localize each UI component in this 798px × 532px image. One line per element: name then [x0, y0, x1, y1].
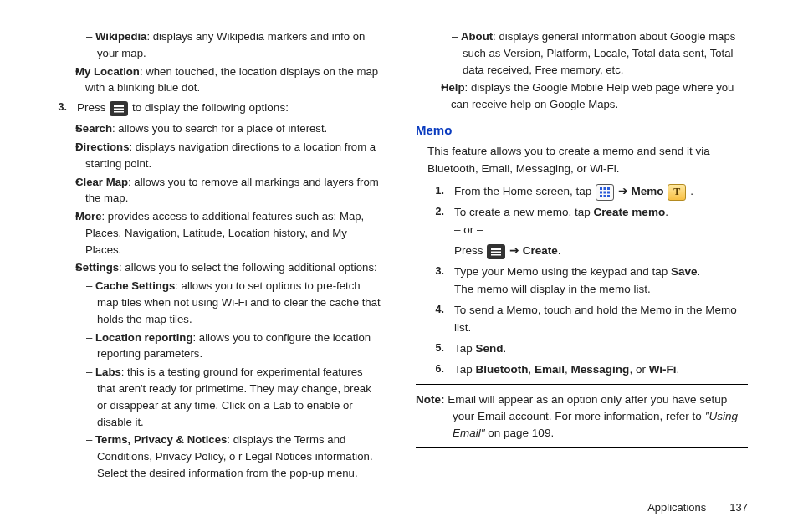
step-body: Type your Memo using the keypad and tap … [454, 263, 748, 299]
sep: , or [629, 363, 648, 376]
bold: Email [535, 363, 565, 376]
svg-rect-8 [607, 191, 610, 193]
menu-icon [110, 101, 128, 116]
item-cache-settings: – Cache Settings: allows you to set opti… [50, 278, 382, 327]
item-help: Help: displays the Google Mobile Help we… [416, 79, 748, 113]
line2: The memo will display in the memo list. [454, 281, 748, 299]
memo-step-3: 3. Type your Memo using the keypad and t… [427, 263, 748, 299]
desc: : provides access to additional features… [85, 210, 364, 256]
step-number: 4. [427, 302, 444, 337]
apps-grid-icon [596, 184, 614, 201]
step-number: 1. [427, 183, 444, 201]
bold: Bluetooth [476, 363, 529, 376]
desc: : displays the Google Mobile Help web pa… [451, 81, 734, 110]
arrow: ➔ [506, 244, 523, 257]
right-column: – About: displays general information ab… [416, 27, 748, 515]
note-block: Note: Email will appear as an option onl… [416, 391, 748, 442]
horizontal-rule [416, 384, 748, 385]
text: . [504, 342, 507, 355]
step-body: To send a Memo, touch and hold the Memo … [454, 302, 748, 337]
step-number: 2. [427, 204, 444, 260]
item-my-location: My Location: when touched, the location … [50, 64, 382, 97]
term: Labs [95, 366, 121, 378]
memo-step-1: 1. From the Home screen, tap ➔ Memo T . [427, 183, 748, 201]
term: Settings [75, 261, 119, 274]
term: Help [441, 81, 465, 94]
text: Tap [454, 363, 476, 376]
bold: Create [523, 244, 558, 257]
term: About [461, 30, 493, 43]
footer-page-number: 137 [729, 501, 748, 514]
text: Type your Memo using the keypad and tap [454, 265, 671, 278]
text-before: Press [77, 101, 109, 114]
desc: : allows you to search for a place of in… [112, 122, 327, 135]
term: Directions [75, 141, 130, 153]
text: From the Home screen, tap [454, 185, 595, 197]
step-number: 5. [427, 340, 444, 358]
memo-step-4: 4. To send a Memo, touch and hold the Me… [427, 302, 748, 337]
step-body: To create a new memo, tap Create memo. –… [454, 204, 748, 260]
horizontal-rule [416, 447, 748, 448]
step-body: Tap Send. [454, 340, 748, 358]
desc: : this is a testing ground for experimen… [97, 366, 371, 427]
item-more: More: provides access to additional feat… [50, 208, 382, 258]
svg-rect-1 [114, 108, 124, 110]
svg-rect-9 [600, 195, 602, 197]
item-wikipedia: – Wikipedia: displays any Wikipedia mark… [50, 28, 382, 62]
text: To create a new memo, tap [454, 206, 594, 218]
step-body: Press to display the following options: [77, 100, 382, 117]
step-number: 3. [50, 100, 67, 117]
term: Location reporting [95, 331, 193, 344]
item-settings: Settings: allows you to select the follo… [50, 259, 382, 276]
line1: Type your Memo using the keypad and tap … [454, 263, 748, 281]
bold: Wi-Fi [649, 363, 677, 376]
text: . [687, 185, 693, 197]
term: My Location [75, 65, 140, 78]
term: More [75, 210, 102, 223]
svg-rect-0 [114, 105, 124, 107]
memo-intro: This feature allows you to create a memo… [427, 143, 748, 178]
desc: : allows you to remove all markings and … [85, 176, 379, 205]
memo-label: Memo [632, 185, 664, 197]
page-footer: Applications137 [647, 501, 748, 514]
text: . [665, 206, 668, 218]
item-directions: Directions: displays navigation directio… [50, 139, 382, 172]
term: Cache Settings [95, 279, 175, 292]
manual-page: – Wikipedia: displays any Wikipedia mark… [0, 0, 798, 532]
memo-step-5: 5. Tap Send. [427, 340, 748, 358]
menu-icon [487, 244, 505, 259]
text-after: to display the following options: [129, 101, 289, 114]
section-heading-memo: Memo [416, 121, 748, 141]
svg-rect-12 [491, 248, 501, 250]
item-about: – About: displays general information ab… [416, 28, 748, 78]
svg-rect-5 [607, 187, 610, 190]
desc: : displays navigation directions to a lo… [85, 141, 376, 170]
bold: Create memo [594, 206, 666, 218]
note-label: Note: [416, 393, 445, 406]
sep: , [529, 363, 535, 376]
memo-step-6: 6. Tap Bluetooth, Email, Messaging, or W… [427, 361, 748, 379]
step-3: 3. Press to display the following option… [50, 100, 382, 117]
line1: To create a new memo, tap Create memo. [454, 204, 748, 222]
memo-step-2: 2. To create a new memo, tap Create memo… [427, 204, 748, 260]
memo-steps: 1. From the Home screen, tap ➔ Memo T . … [416, 183, 748, 378]
svg-rect-3 [600, 187, 602, 190]
text: Press [454, 244, 486, 257]
sep: . [677, 363, 680, 376]
step-body: Tap Bluetooth, Email, Messaging, or Wi-F… [454, 361, 748, 379]
svg-rect-14 [491, 254, 501, 256]
item-labs: – Labs: this is a testing ground for exp… [50, 364, 382, 430]
svg-rect-11 [607, 195, 610, 197]
note-body: Email will appear as an option only afte… [445, 393, 728, 422]
svg-rect-6 [600, 191, 602, 193]
step-body: From the Home screen, tap ➔ Memo T . [454, 183, 748, 201]
text: . [697, 265, 700, 278]
desc: : allows you to select the following add… [119, 261, 377, 274]
svg-rect-4 [604, 187, 606, 190]
desc: : displays general information about Goo… [463, 30, 735, 76]
svg-rect-10 [604, 195, 606, 197]
step-number: 3. [427, 263, 444, 299]
svg-rect-13 [491, 251, 501, 253]
bold: Send [476, 342, 504, 355]
item-terms: – Terms, Privacy & Notices: displays the… [50, 432, 382, 481]
